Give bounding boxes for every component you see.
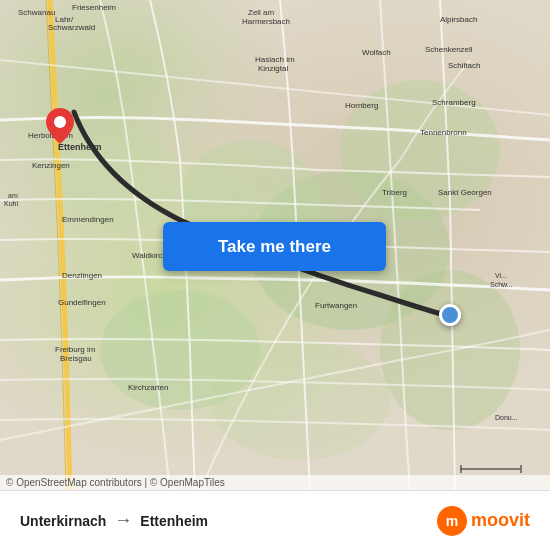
origin-label: Unterkirnach bbox=[20, 513, 106, 529]
svg-text:Kinzigtal: Kinzigtal bbox=[258, 64, 288, 73]
svg-text:Schramberg: Schramberg bbox=[432, 98, 476, 107]
destination-marker bbox=[46, 108, 74, 144]
svg-text:Breisgau: Breisgau bbox=[60, 354, 92, 363]
svg-text:Schwanau: Schwanau bbox=[18, 8, 55, 17]
svg-text:Schwarzwald: Schwarzwald bbox=[48, 23, 95, 32]
svg-text:Vi...: Vi... bbox=[495, 272, 507, 279]
map-attribution: © OpenStreetMap contributors | © OpenMap… bbox=[0, 475, 550, 490]
moovit-logo: m moovit bbox=[437, 506, 530, 536]
svg-text:Triberg: Triberg bbox=[382, 188, 407, 197]
svg-point-6 bbox=[210, 340, 390, 460]
svg-rect-40 bbox=[460, 468, 520, 470]
svg-text:Emmendingen: Emmendingen bbox=[62, 215, 114, 224]
svg-text:Gundelfingen: Gundelfingen bbox=[58, 298, 106, 307]
svg-text:Denzlingen: Denzlingen bbox=[62, 271, 102, 280]
destination-label: Ettenheim bbox=[140, 513, 208, 529]
svg-text:Schenkenzell: Schenkenzell bbox=[425, 45, 473, 54]
moovit-brand-name: moovit bbox=[471, 510, 530, 531]
svg-text:Freiburg im: Freiburg im bbox=[55, 345, 96, 354]
svg-text:Schiltach: Schiltach bbox=[448, 61, 480, 70]
svg-text:Zell am: Zell am bbox=[248, 8, 275, 17]
svg-text:Furtwangen: Furtwangen bbox=[315, 301, 357, 310]
svg-text:Hornberg: Hornberg bbox=[345, 101, 378, 110]
svg-text:Sankt Georgen: Sankt Georgen bbox=[438, 188, 492, 197]
svg-text:am: am bbox=[8, 192, 18, 199]
svg-text:Alpirsbach: Alpirsbach bbox=[440, 15, 477, 24]
origin-marker bbox=[439, 304, 461, 326]
svg-text:Wolfach: Wolfach bbox=[362, 48, 391, 57]
take-me-there-button[interactable]: Take me there bbox=[163, 222, 386, 271]
svg-rect-41 bbox=[460, 465, 462, 473]
moovit-logo-icon: m bbox=[437, 506, 467, 536]
svg-text:Kenzingen: Kenzingen bbox=[32, 161, 70, 170]
svg-text:Kuhl: Kuhl bbox=[4, 200, 18, 207]
bottom-bar: Unterkirnach → Ettenheim m moovit bbox=[0, 490, 550, 550]
svg-rect-42 bbox=[520, 465, 522, 473]
arrow-icon: → bbox=[114, 510, 132, 531]
svg-text:Schw...: Schw... bbox=[490, 281, 513, 288]
svg-text:Friesenheim: Friesenheim bbox=[72, 3, 116, 12]
svg-text:Tennenbronn: Tennenbronn bbox=[420, 128, 467, 137]
route-info: Unterkirnach → Ettenheim bbox=[20, 510, 208, 531]
svg-point-43 bbox=[54, 116, 66, 128]
svg-text:Harmersbach: Harmersbach bbox=[242, 17, 290, 26]
svg-text:Kirchzarten: Kirchzarten bbox=[128, 383, 168, 392]
svg-text:Waldkirch: Waldkirch bbox=[132, 251, 167, 260]
svg-text:Haslach im: Haslach im bbox=[255, 55, 295, 64]
map-container: Schwanau Friesenheim Lahr/ Schwarzwald Z… bbox=[0, 0, 550, 490]
svg-text:Donu...: Donu... bbox=[495, 414, 518, 421]
